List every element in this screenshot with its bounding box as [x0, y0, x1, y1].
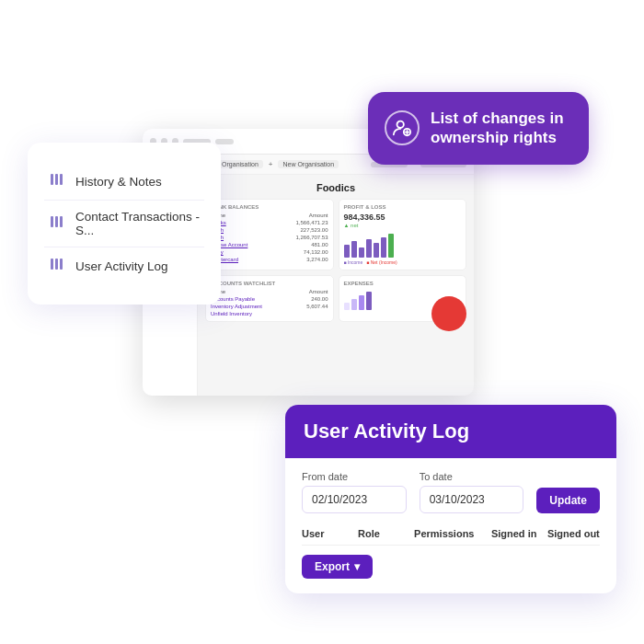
bar-1	[344, 245, 350, 258]
svg-rect-7	[55, 259, 58, 270]
sidebar-item-history[interactable]: History & Notes	[44, 163, 204, 201]
to-date-input[interactable]	[420, 486, 524, 513]
watchlist-val-2: 5,607.44	[306, 304, 328, 309]
activity-log-card: User Activity Log From date To date Upda…	[285, 405, 616, 593]
update-button[interactable]: Update	[536, 488, 600, 513]
svg-rect-3	[51, 216, 53, 227]
col-user: User	[302, 528, 354, 539]
profit-bars	[344, 232, 462, 258]
bar-6	[381, 237, 386, 258]
sidebar-item-activity[interactable]: User Activity Log	[44, 247, 204, 284]
svg-rect-8	[60, 259, 63, 270]
bank-row-5: Petty 74,132.00	[211, 249, 328, 255]
svg-rect-6	[51, 259, 53, 270]
activity-icon	[48, 257, 66, 275]
update-btn-wrap: Update	[536, 471, 600, 513]
legend-income: ■ Income	[344, 259, 363, 265]
activity-table-header: User Role Permissions Signed in Signed o…	[302, 524, 600, 546]
watchlist-row-2: Inventory Adjustment 5,607.44	[211, 304, 328, 309]
bank-row-4: House Account 481.00	[211, 242, 328, 247]
bar-7	[388, 234, 394, 258]
sidebar-item-history-label: History & Notes	[75, 175, 162, 189]
breadcrumb-org2: New Organisation	[278, 160, 339, 168]
sidebar-item-transactions[interactable]: Contact Transactions - S...	[44, 201, 204, 247]
bank-name-row: Name Amount	[211, 213, 328, 218]
svg-rect-4	[55, 216, 58, 227]
expenses-label: EXPENSES	[344, 281, 462, 286]
svg-rect-1	[55, 174, 58, 185]
to-date-label: To date	[420, 471, 524, 482]
bar-5	[374, 243, 379, 258]
bar-3	[359, 247, 364, 258]
profit-amount: 984,336.55	[344, 213, 462, 222]
watchlist-header: Name Amount	[211, 289, 328, 294]
bar-4	[366, 239, 372, 258]
activity-header: User Activity Log	[285, 405, 616, 458]
exp-bar-3	[359, 295, 364, 310]
col-permissions: Permissions	[414, 528, 488, 539]
activity-date-row: From date To date Update	[302, 471, 600, 513]
exp-bar-4	[366, 292, 372, 310]
svg-rect-2	[60, 174, 63, 185]
bank-balances-label: BANK BALANCES	[211, 204, 328, 210]
accounts-watchlist-panel: ACCOUNTS WATCHLIST Name Amount Accounts …	[205, 275, 334, 322]
ownership-bubble: List of changes in ownership rights	[368, 92, 589, 165]
bank-val-6: 3,274.00	[306, 257, 328, 262]
svg-point-9	[397, 121, 404, 128]
watchlist-label-3: Unfield Inventory	[211, 311, 252, 316]
bank-val-5: 74,132.00	[304, 249, 328, 255]
watchlist-amount-col: Amount	[309, 289, 328, 294]
from-date-group: From date	[302, 471, 407, 513]
watchlist-row-3: Unfield Inventory	[211, 311, 328, 316]
exp-bar-2	[351, 299, 357, 310]
sidebar-item-transactions-label: Contact Transactions - S...	[75, 210, 201, 237]
bank-val-2: 227,523.00	[300, 227, 328, 233]
to-date-group: To date	[420, 471, 524, 513]
watchlist-val-1: 240.00	[311, 296, 328, 302]
activity-body: From date To date Update User Role Permi…	[285, 458, 616, 593]
accounts-watchlist-label: ACCOUNTS WATCHLIST	[211, 281, 328, 286]
svg-rect-0	[51, 174, 53, 185]
bank-val-1: 1,566,471.23	[295, 220, 328, 225]
profit-legend: ■ Income ■ Net (Income)	[344, 259, 462, 265]
profit-loss-label: PROFIT & LOSS	[344, 204, 462, 210]
bank-balances-panel: BANK BALANCES Name Amount Banks 1,566,47…	[205, 199, 334, 270]
dashboard-title: Foodics	[205, 182, 466, 193]
from-date-input[interactable]	[302, 486, 407, 513]
red-circle-indicator	[431, 296, 466, 331]
dash-main: Foodics BANK BALANCES Name Amount Banks …	[198, 175, 474, 396]
col-role: Role	[358, 528, 410, 539]
export-arrow-icon: ▾	[354, 560, 360, 573]
from-date-label: From date	[302, 471, 407, 482]
breadcrumb-sep2: +	[269, 160, 273, 168]
bank-row-6: Mastercard 3,274.00	[211, 257, 328, 262]
exp-bar-1	[344, 303, 350, 310]
sidebar-menu-card: History & Notes Contact Transactions - S…	[28, 143, 221, 305]
activity-log-title: User Activity Log	[304, 420, 598, 443]
export-label: Export	[315, 560, 350, 573]
history-icon	[48, 172, 66, 190]
bank-amount-col: Amount	[309, 213, 328, 218]
bank-row-3: Cash 1,266,707.53	[211, 235, 328, 240]
profit-loss-panel: PROFIT & LOSS 984,336.55 ▲ net ■ Income	[339, 199, 467, 270]
bar-2	[351, 241, 357, 258]
ownership-icon	[385, 110, 420, 145]
bank-row-2: Cash 227,523.00	[211, 227, 328, 233]
col-signed-in: Signed in	[491, 528, 544, 539]
dashboard-panels: BANK BALANCES Name Amount Banks 1,566,47…	[205, 199, 466, 270]
export-button[interactable]: Export ▾	[302, 555, 373, 579]
col-signed-out: Signed out	[547, 528, 600, 539]
transactions-icon	[48, 214, 66, 233]
sidebar-item-activity-label: User Activity Log	[75, 259, 168, 273]
bank-val-4: 481.00	[311, 242, 328, 247]
ownership-text: List of changes in ownership rights	[431, 109, 569, 148]
legend-expense: ■ Net (Income)	[366, 259, 397, 265]
watchlist-label-2: Inventory Adjustment	[211, 304, 262, 309]
dashboard-bottom-panels: ACCOUNTS WATCHLIST Name Amount Accounts …	[205, 275, 466, 322]
svg-rect-5	[60, 216, 63, 227]
watchlist-row-1: Accounts Payable 240.00	[211, 296, 328, 302]
bank-row-1: Banks 1,566,471.23	[211, 220, 328, 225]
bank-val-3: 1,266,707.53	[295, 235, 328, 240]
profit-net-label: ▲ net	[344, 223, 462, 228]
